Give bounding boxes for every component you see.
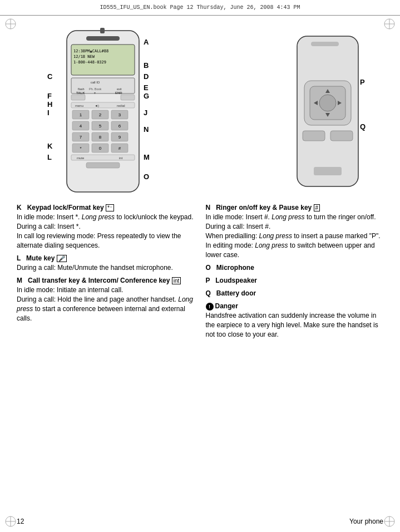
svg-rect-62 [311, 42, 339, 46]
reg-mark-br [383, 515, 396, 528]
entry-K-line3: In call log reviewing mode: Press repeat… [17, 231, 195, 250]
page-footer: 12 Your phone [17, 518, 383, 525]
entry-N-line4: In editing mode: Long press to switch be… [206, 241, 384, 260]
svg-text:flash: flash [78, 87, 85, 91]
svg-text:exit: exit [117, 87, 122, 91]
svg-text:▼: ▼ [93, 91, 96, 95]
phone-right-svg [289, 33, 372, 195]
entry-L: L Mute key 🎤 During a call: Mute/Unmute … [17, 254, 195, 273]
section-title: Your phone [349, 518, 383, 525]
label-B: B [144, 61, 149, 70]
label-I: I [47, 109, 50, 117]
svg-text:4: 4 [80, 124, 82, 129]
label-Q: Q [360, 122, 366, 131]
svg-text:END: END [115, 91, 122, 95]
svg-point-65 [319, 95, 336, 111]
svg-text:int: int [119, 156, 123, 160]
entry-K-line2: During a call: Insert *. [17, 222, 195, 231]
text-content: K Keypad lock/Format key *⁻ In idle mode… [17, 203, 383, 513]
text-col-right: N Ringer on/off key & Pause key # In idl… [206, 203, 384, 513]
entry-N-line1: In idle mode: Insert #. Long press to tu… [206, 213, 384, 222]
text-col-left: K Keypad lock/Format key *⁻ In idle mode… [17, 203, 195, 513]
svg-rect-60 [100, 28, 105, 33]
entry-Q: Q Battery door [206, 289, 384, 298]
entry-danger: !Danger Handsfree activation can suddenl… [206, 302, 384, 339]
svg-text:TALK: TALK [76, 91, 85, 95]
entry-M-line1: In idle mode: Initiate an internal call. [17, 285, 195, 295]
svg-text:#: # [118, 146, 121, 151]
svg-text:mute: mute [77, 156, 85, 160]
entry-L-line1: During a call: Mute/Unmute the handset m… [17, 263, 195, 273]
entry-K-title: K Keypad lock/Format key *⁻ [17, 203, 195, 213]
entry-K-line1: In idle mode: Insert *. Long press to lo… [17, 213, 195, 222]
label-H: H [47, 100, 52, 109]
svg-text:12/18        NEW: 12/18 NEW [73, 55, 95, 59]
entry-N-line2: During a call: Insert #. [206, 222, 384, 231]
page-header: ID555_IFU_US_EN.book Page 12 Thursday, J… [0, 0, 400, 16]
svg-text:8: 8 [99, 135, 102, 140]
entry-O-title: O Microphone [206, 263, 384, 273]
entry-N: N Ringer on/off key & Pause key # In idl… [206, 203, 384, 260]
label-A: A [144, 38, 149, 46]
label-E: E [144, 83, 149, 92]
entry-M-line2: During a call: Hold the line and page an… [17, 295, 195, 323]
phone-left-diagram: 12:38PM▲CALL#88 12/18 NEW 1-800-448-0329… [45, 28, 167, 206]
label-D: D [144, 72, 149, 81]
reg-mark-tr [383, 18, 396, 30]
entry-P: P Loudspeaker [206, 276, 384, 285]
svg-text:2: 2 [99, 112, 102, 117]
svg-text:◄): ◄) [95, 104, 99, 107]
reg-mark-bl [4, 515, 17, 528]
header-text: ID555_IFU_US_EN.book Page 12 Thursday, J… [100, 4, 300, 11]
entry-P-title: P Loudspeaker [206, 276, 384, 285]
svg-text:0: 0 [99, 146, 102, 151]
svg-rect-59 [86, 162, 120, 168]
entry-danger-line1: Handsfree activation can suddenly increa… [206, 311, 384, 339]
entry-M: M Call transfer key & Intercom/ Conferen… [17, 276, 195, 323]
svg-rect-13 [86, 36, 120, 41]
entry-O: O Microphone [206, 263, 384, 273]
reg-mark-tl [4, 18, 17, 30]
svg-text:1: 1 [80, 112, 82, 117]
entry-danger-title: !Danger [206, 302, 384, 311]
svg-text:call ID: call ID [91, 81, 100, 84]
label-L: L [47, 153, 52, 161]
svg-text:7: 7 [80, 135, 82, 140]
label-G: G [144, 92, 149, 100]
svg-text:9: 9 [118, 135, 121, 140]
svg-text:5: 5 [99, 124, 102, 129]
label-N: N [144, 125, 149, 134]
svg-rect-27 [121, 95, 135, 100]
svg-text:Ph. Book: Ph. Book [89, 87, 102, 91]
label-J: J [144, 109, 147, 117]
svg-rect-70 [303, 131, 325, 141]
entry-L-title: L Mute key 🎤 [17, 254, 195, 263]
label-C: C [47, 72, 52, 81]
svg-text:1-800-448-0329: 1-800-448-0329 [73, 60, 106, 65]
svg-text:*: * [80, 146, 81, 151]
danger-icon: ! [206, 303, 214, 311]
svg-rect-26 [71, 95, 85, 100]
svg-text:redial: redial [117, 104, 125, 107]
entry-N-line3: When predialling: Long press to insert a… [206, 231, 384, 241]
svg-text:6: 6 [118, 124, 121, 129]
diagrams-area: 12:38PM▲CALL#88 12/18 NEW 1-800-448-0329… [17, 22, 383, 211]
label-K: K [47, 142, 52, 150]
label-O: O [144, 173, 149, 181]
entry-Q-title: Q Battery door [206, 289, 384, 298]
label-P: P [360, 78, 365, 86]
label-F: F [47, 92, 52, 100]
svg-text:menu: menu [75, 104, 83, 107]
entry-K: K Keypad lock/Format key *⁻ In idle mode… [17, 203, 195, 250]
entry-M-title: M Call transfer key & Intercom/ Conferen… [17, 276, 195, 285]
page-number: 12 [17, 518, 24, 525]
svg-text:12:38PM▲CALL#88: 12:38PM▲CALL#88 [73, 49, 108, 53]
phone-right-diagram: P Q [289, 33, 372, 195]
svg-rect-71 [330, 131, 353, 141]
entry-N-title: N Ringer on/off key & Pause key # [206, 203, 384, 213]
svg-text:3: 3 [118, 112, 121, 117]
label-M: M [144, 153, 150, 161]
svg-rect-72 [314, 167, 342, 175]
